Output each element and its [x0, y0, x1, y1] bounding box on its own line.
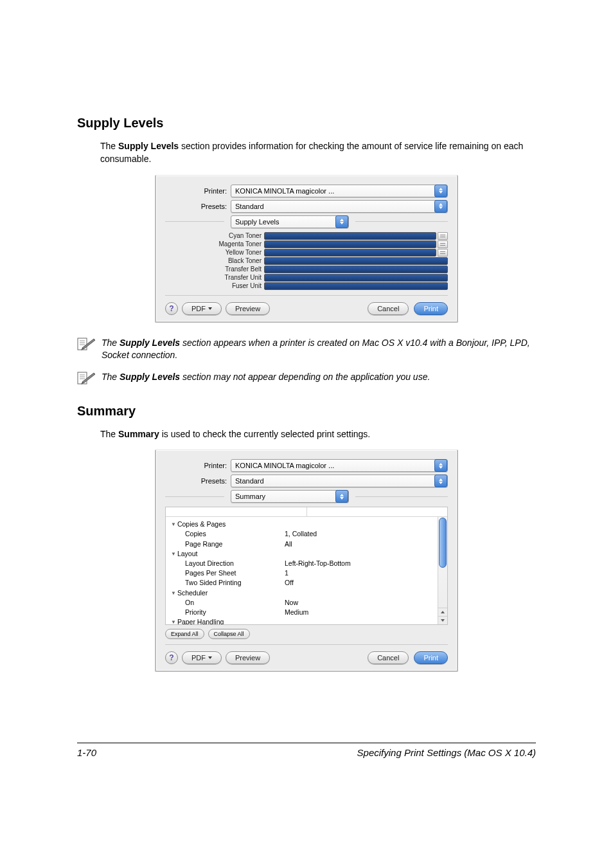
pdf-button[interactable]: PDF [182, 651, 222, 664]
divider [355, 496, 448, 497]
supply-list: Cyan Toner Magenta Toner Yellow Toner Bl… [165, 232, 448, 290]
cancel-button[interactable]: Cancel [368, 302, 409, 315]
group-copies-pages[interactable]: Copies & Pages [171, 520, 432, 529]
value: 1, Collated [285, 529, 317, 539]
scroll-up-icon[interactable] [438, 608, 447, 616]
expand-all-button[interactable]: Expand All [165, 629, 204, 639]
supply-end-icon [438, 232, 448, 240]
printer-value: KONICA MINOLTA magicolor ... [235, 462, 334, 469]
supply-levels-dialog: Printer: KONICA MINOLTA magicolor ... Pr… [155, 175, 458, 323]
divider [165, 496, 224, 497]
supply-label: Transfer Unit [165, 274, 264, 281]
value: Left-Right-Top-Bottom [285, 559, 351, 568]
presets-label: Presets: [165, 203, 231, 210]
updown-icon [434, 200, 447, 213]
panel-value: Supply Levels [235, 218, 280, 226]
text: The [102, 372, 120, 382]
panel-select[interactable]: Supply Levels [231, 215, 349, 228]
presets-value: Standard [235, 203, 264, 210]
summary-content: Copies & Pages Copies1, Collated Page Ra… [166, 517, 438, 624]
scrollbar-thumb[interactable] [439, 518, 447, 568]
print-button[interactable]: Print [414, 302, 448, 315]
panel-select[interactable]: Summary [231, 490, 349, 503]
collapse-all-button[interactable]: Collapse All [208, 629, 250, 639]
group-layout[interactable]: Layout [171, 549, 432, 559]
updown-icon [335, 490, 348, 503]
supply-bar [264, 257, 448, 265]
supply-row: Cyan Toner [165, 232, 448, 240]
help-button[interactable]: ? [165, 302, 178, 315]
key: On [185, 598, 285, 608]
text-bold: Supply Levels [120, 338, 180, 348]
supply-label: Yellow Toner [165, 249, 264, 256]
supply-levels-intro: The Supply Levels section provides infor… [100, 140, 536, 166]
chevron-down-icon [208, 656, 212, 659]
text-bold: Summary [118, 429, 159, 439]
supply-row: Black Toner [165, 257, 448, 265]
group-scheduler[interactable]: Scheduler [171, 588, 432, 598]
key: Pages Per Sheet [185, 568, 285, 578]
updown-icon [434, 475, 447, 487]
presets-select[interactable]: Standard [231, 200, 448, 213]
updown-icon [434, 185, 447, 197]
updown-icon [335, 215, 348, 228]
printer-select[interactable]: KONICA MINOLTA magicolor ... [231, 185, 448, 197]
supply-end-icon [438, 249, 448, 257]
supply-row: Yellow Toner [165, 249, 448, 257]
presets-value: Standard [235, 477, 264, 485]
divider [165, 295, 448, 296]
note-icon [77, 338, 96, 352]
supply-bar [264, 266, 448, 273]
value: 1 [285, 568, 289, 578]
table-row: OnNow [171, 598, 432, 608]
supply-end-icon [438, 240, 448, 248]
text: The [100, 429, 118, 439]
divider [355, 221, 448, 222]
preview-button[interactable]: Preview [226, 651, 270, 664]
key: Copies [185, 529, 285, 539]
supply-row: Fuser Unit [165, 282, 448, 290]
supply-label: Cyan Toner [165, 232, 264, 239]
table-row: PriorityMedium [171, 608, 432, 617]
note-text: The Supply Levels section may not appear… [102, 371, 430, 384]
print-button[interactable]: Print [414, 651, 448, 664]
divider [165, 644, 448, 645]
table-header [166, 507, 447, 517]
scrollbar[interactable] [438, 517, 447, 624]
supply-label: Black Toner [165, 257, 264, 264]
printer-select[interactable]: KONICA MINOLTA magicolor ... [231, 459, 448, 472]
section-heading-supply-levels: Supply Levels [77, 116, 536, 131]
pdf-label: PDF [191, 305, 206, 312]
text-bold: Supply Levels [118, 141, 179, 151]
footer-title: Specifying Print Settings (Mac OS X 10.4… [357, 747, 536, 758]
table-row: Layout DirectionLeft-Right-Top-Bottom [171, 559, 432, 568]
summary-intro: The Summary is used to check the current… [100, 428, 536, 440]
scroll-down-icon[interactable] [438, 616, 447, 624]
group-paper-handling[interactable]: Paper Handling [171, 617, 432, 624]
text: is used to check the currently selected … [159, 429, 370, 439]
supply-bar [264, 240, 436, 248]
supply-label: Magenta Toner [165, 240, 264, 248]
page-number: 1-70 [77, 747, 96, 758]
key: Page Range [185, 539, 285, 549]
pdf-label: PDF [191, 654, 206, 662]
supply-row: Transfer Unit [165, 274, 448, 282]
supply-row: Magenta Toner [165, 240, 448, 248]
key: Layout Direction [185, 559, 285, 568]
section-heading-summary: Summary [77, 404, 536, 419]
supply-bar [264, 232, 436, 240]
text: The [102, 338, 120, 348]
text-bold: Supply Levels [120, 372, 180, 382]
help-button[interactable]: ? [165, 651, 178, 664]
summary-dialog: Printer: KONICA MINOLTA magicolor ... Pr… [155, 449, 458, 672]
presets-label: Presets: [165, 477, 231, 485]
value: Medium [285, 608, 308, 617]
preview-button[interactable]: Preview [226, 302, 270, 315]
panel-value: Summary [235, 493, 265, 500]
pdf-button[interactable]: PDF [182, 302, 222, 315]
presets-select[interactable]: Standard [231, 475, 448, 487]
cancel-button[interactable]: Cancel [368, 651, 409, 664]
printer-value: KONICA MINOLTA magicolor ... [235, 187, 334, 195]
note-icon [77, 372, 96, 386]
supply-row: Transfer Belt [165, 266, 448, 273]
